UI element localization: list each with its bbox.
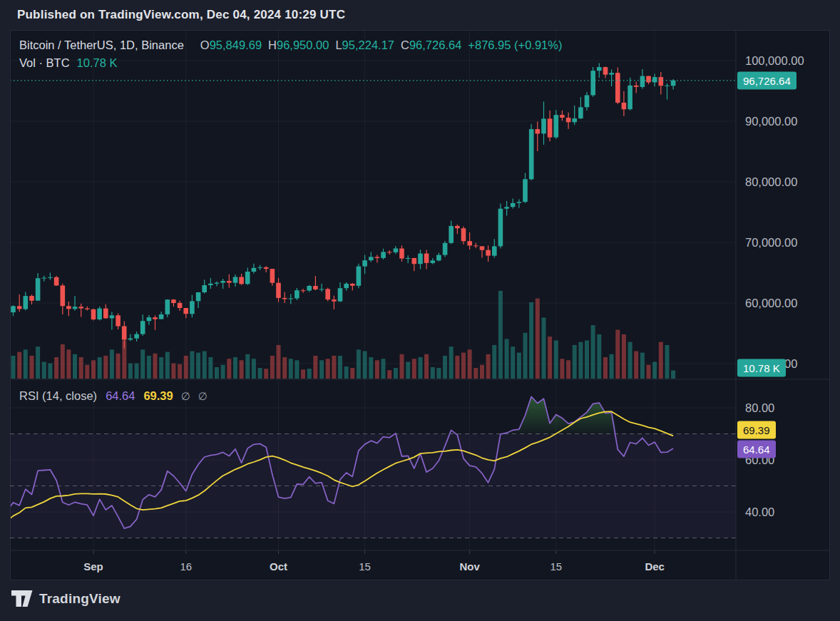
last-price-badge: 96,726.64 — [737, 72, 797, 90]
volume-legend: Vol · BTC10.78 K — [19, 56, 118, 70]
symbol-legend: Bitcoin / TetherUS, 1D, BinanceO95,849.6… — [19, 39, 562, 52]
close-label: C — [401, 39, 409, 51]
volume-label: Vol · BTC — [19, 56, 70, 69]
empty-set-icon: ∅ — [198, 390, 208, 402]
time-tick-label: Nov — [459, 560, 479, 573]
symbol-title: Bitcoin / TetherUS, 1D, Binance — [19, 39, 184, 51]
time-tick-label: Dec — [645, 560, 665, 573]
price-axis[interactable]: 100,000.0090,000.0080,000.0070,000.0060,… — [736, 30, 830, 550]
time-axis[interactable]: Sep16Oct15Nov15Dec — [10, 550, 736, 580]
rsi-tick-label: 40.00 — [745, 505, 774, 519]
open-label: O — [200, 39, 210, 51]
rsi-value-badge: 64.64 — [737, 441, 776, 458]
chart-canvas[interactable] — [0, 0, 840, 621]
price-tick-label: 100,000.00 — [745, 54, 804, 68]
rsi-ma-value: 69.39 — [143, 389, 173, 402]
brand-wordmark: TradingView — [39, 591, 121, 607]
volume-badge: 10.78 K — [737, 359, 786, 377]
high-value: 96,950.00 — [277, 39, 329, 51]
time-tick-label: Sep — [83, 560, 103, 573]
tradingview-snapshot: Published on TradingView.com, Dec 04, 20… — [0, 0, 840, 621]
price-tick-label: 80,000.00 — [745, 175, 797, 189]
volume-value: 10.78 K — [77, 56, 118, 69]
low-value: 95,224.17 — [342, 39, 394, 51]
price-tick-label: 60,000.00 — [745, 297, 797, 310]
price-tick-label: 90,000.00 — [745, 115, 797, 128]
rsi-ma-badge: 69.39 — [737, 421, 776, 439]
high-label: H — [268, 39, 277, 51]
rsi-tick-label: 80.00 — [745, 401, 774, 415]
change-value: +876.95 (+0.91%) — [468, 39, 562, 51]
rsi-title: RSI (14, close) — [19, 389, 97, 402]
tradingview-logo-icon — [11, 590, 33, 607]
open-value: 95,849.69 — [210, 39, 262, 51]
close-value: 96,726.64 — [409, 39, 461, 51]
chart-plot[interactable] — [0, 0, 840, 621]
low-label: L — [335, 39, 342, 51]
price-tick-label: 70,000.00 — [745, 236, 797, 250]
time-tick-label: Oct — [270, 560, 287, 573]
rsi-value: 64.64 — [106, 389, 135, 402]
time-tick-label: 15 — [550, 560, 562, 573]
time-tick-label: 15 — [359, 560, 371, 573]
footer-bar: TradingView — [11, 590, 121, 607]
time-tick-label: 16 — [180, 560, 192, 573]
empty-set-icon: ∅ — [181, 390, 190, 402]
rsi-legend: RSI (14, close)64.6469.39∅∅ — [19, 389, 208, 403]
